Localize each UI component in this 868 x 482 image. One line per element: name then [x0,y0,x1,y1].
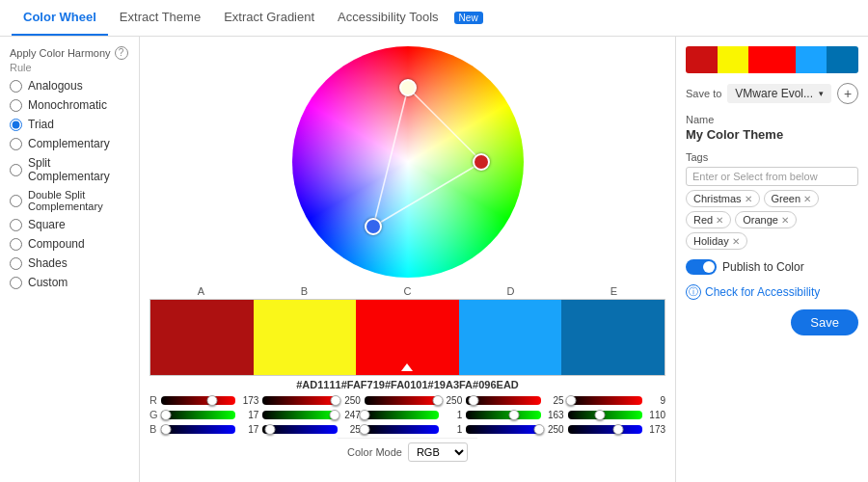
tag-holiday[interactable]: Holiday ✕ [686,232,747,250]
radio-double-split-complementary[interactable]: Double Split Complementary [10,189,129,212]
track-c-g[interactable] [365,411,439,419]
radio-square[interactable]: Square [10,218,129,231]
tag-remove-holiday[interactable]: ✕ [732,236,740,247]
val-a-g: 17 [237,410,258,420]
radio-complementary[interactable]: Complementary [10,137,129,150]
color-mode-row: Color Mode RGB HSL CMYK LAB [338,438,477,466]
tag-label-orange: Orange [743,214,778,226]
radio-analogous[interactable]: Analogous [10,79,129,93]
tag-orange[interactable]: Orange ✕ [735,211,797,228]
tag-christmas[interactable]: Christmas ✕ [686,190,760,207]
track-b-r[interactable] [262,396,337,405]
thumb-e-r[interactable] [565,395,576,406]
slider-b-tracks: 17 25 1 [161,424,665,435]
thumb-a-b[interactable] [161,424,172,435]
thumb-c-b[interactable] [359,424,369,435]
handle-yellow[interactable] [399,79,417,96]
handle-red[interactable] [473,153,490,171]
radio-split-complementary[interactable]: Split Complementary [10,156,129,183]
track-e-r[interactable] [568,396,642,405]
thumb-b-r[interactable] [331,395,341,406]
thumb-e-b[interactable] [613,424,624,435]
tag-remove-green[interactable]: ✕ [803,194,811,204]
track-b-g[interactable] [262,411,337,419]
save-button[interactable]: Save [791,309,858,335]
track-c-b[interactable] [365,425,439,434]
val-d-b: 250 [543,424,564,435]
val-c-b: 1 [441,424,462,435]
tag-remove-red[interactable]: ✕ [716,215,723,226]
radio-custom[interactable]: Custom [10,276,129,289]
tab-extract-theme[interactable]: Extract Theme [108,0,212,36]
track-b-b[interactable] [262,425,337,434]
color-mode-select[interactable]: RGB HSL CMYK LAB [408,442,468,462]
tab-color-wheel[interactable]: Color Wheel [12,0,108,36]
info-icon[interactable]: ? [115,46,128,60]
swatch-c[interactable] [356,300,459,375]
thumb-d-g[interactable] [508,410,519,420]
color-preview-bar [686,46,858,73]
chevron-down-icon: ▾ [819,89,824,98]
color-wheel[interactable] [292,46,524,278]
slider-g-label: G [149,409,161,420]
tags-row: Christmas ✕ Green ✕ Red ✕ Orange ✕ Holid… [686,190,858,250]
preview-swatch-4[interactable] [796,46,827,73]
preview-swatch-5[interactable] [827,46,858,73]
save-to-dropdown[interactable]: VMware Evol... ▾ [727,84,831,103]
slider-r-tracks: 173 250 250 [161,395,665,406]
val-d-r: 25 [543,395,564,406]
tag-label-holiday: Holiday [693,235,729,247]
swatch-label-e: E [562,285,665,297]
col-b-r: 250 [262,395,360,406]
thumb-d-r[interactable] [468,395,478,406]
publish-toggle[interactable] [686,259,717,275]
val-b-b: 25 [339,424,361,435]
tags-input[interactable]: Enter or Select from below [686,167,858,186]
swatch-e[interactable] [561,300,665,375]
swatch-a[interactable] [150,300,254,375]
save-to-add-button[interactable]: + [837,83,858,104]
accessibility-icon: ⓘ [686,284,701,300]
tag-green[interactable]: Green ✕ [764,190,820,207]
track-e-g[interactable] [568,411,642,419]
thumb-c-g[interactable] [359,410,369,420]
tag-red[interactable]: Red ✕ [686,211,731,228]
tab-accessibility-tools[interactable]: Accessibility Tools [326,0,450,36]
preview-swatch-1[interactable] [686,46,718,73]
accessibility-row[interactable]: ⓘ Check for Accessibility [686,284,858,300]
harmony-sublabel: Rule [10,62,129,73]
tag-remove-christmas[interactable]: ✕ [745,194,752,204]
preview-swatch-2[interactable] [718,46,749,73]
slider-r-label: R [149,394,161,406]
thumb-d-b[interactable] [534,424,545,435]
swatch-b[interactable] [254,300,357,375]
thumb-b-g[interactable] [330,410,340,420]
track-a-b[interactable] [161,425,235,434]
thumb-e-g[interactable] [594,410,605,420]
radio-shades[interactable]: Shades [10,256,129,270]
col-e-b: 173 [568,424,665,435]
thumb-a-r[interactable] [206,395,217,406]
radio-compound[interactable]: Compound [10,237,129,251]
track-d-r[interactable] [466,396,540,405]
preview-swatch-3[interactable] [748,46,796,73]
track-d-g[interactable] [466,411,540,419]
col-b-g: 247 [262,410,360,420]
name-field-label: Name [686,114,858,125]
track-a-r[interactable] [161,396,235,405]
color-wheel-area [292,37,524,278]
radio-triad[interactable]: Triad [10,118,129,131]
thumb-c-r[interactable] [432,395,443,406]
track-e-b[interactable] [568,425,642,434]
swatch-d[interactable] [459,300,562,375]
thumb-b-b[interactable] [265,424,276,435]
track-d-b[interactable] [466,425,540,434]
track-c-r[interactable] [365,396,439,405]
publish-row: Publish to Color [686,259,858,275]
tab-extract-gradient[interactable]: Extract Gradient [212,0,326,36]
handle-blue[interactable] [365,218,382,235]
tag-remove-orange[interactable]: ✕ [781,215,789,226]
radio-monochromatic[interactable]: Monochromatic [10,98,129,112]
track-a-g[interactable] [161,411,235,419]
thumb-a-g[interactable] [161,410,172,420]
